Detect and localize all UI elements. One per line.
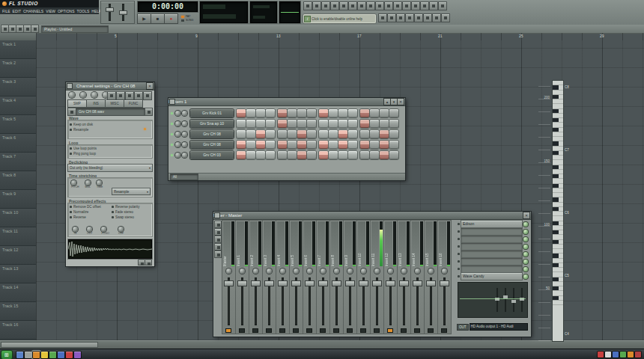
channel-volume-knob[interactable] (182, 132, 187, 137)
taskbar-app-icon[interactable] (16, 352, 23, 358)
horizontal-scrollbar[interactable] (1, 343, 97, 347)
toolbar-button[interactable] (430, 2, 437, 10)
channel-volume-knob[interactable] (182, 153, 187, 158)
volume-knob[interactable] (80, 92, 86, 98)
fx-plugin-name[interactable]: Edison (461, 221, 522, 227)
toolbar-button[interactable] (379, 14, 386, 22)
step-13[interactable] (360, 151, 369, 159)
step-7[interactable] (297, 141, 306, 149)
channel-button[interactable]: Grv CH 08 (190, 141, 234, 149)
toolbar-button[interactable] (215, 244, 221, 250)
step-5[interactable] (278, 130, 287, 138)
mixer-strip[interactable]: Insert 8 (330, 221, 343, 334)
step-9[interactable] (319, 130, 328, 138)
playlist-track-header[interactable]: Track 6 (0, 134, 36, 153)
mixer-titlebar[interactable]: Mixer - Master × (213, 212, 531, 220)
fader-handle[interactable] (359, 281, 368, 286)
toolbar-button[interactable] (376, 2, 383, 10)
toolbar-button[interactable] (215, 229, 221, 235)
fx-enable-led[interactable] (458, 230, 460, 233)
pat-song-toggle[interactable]: PAT SONG (181, 15, 193, 22)
strip-status-led[interactable] (253, 329, 258, 332)
channel-pan-knob[interactable] (175, 121, 180, 126)
playlist-track-header[interactable]: Track 10 (0, 209, 36, 227)
fx-plugin-name[interactable] (461, 228, 522, 235)
step-4[interactable] (266, 151, 275, 159)
step-4[interactable] (266, 141, 275, 149)
strip-pan-knob[interactable] (253, 269, 258, 274)
strip-pan-knob[interactable] (240, 269, 245, 274)
strip-status-led[interactable] (267, 329, 271, 332)
toolbar-button[interactable] (340, 2, 347, 10)
step-3[interactable] (256, 151, 265, 159)
playlist-track-header[interactable]: Track 1 (0, 40, 36, 59)
fader-handle[interactable] (440, 281, 449, 286)
toolbar-button[interactable] (9, 25, 16, 32)
strip-status-led[interactable] (334, 329, 338, 332)
strip-fader[interactable] (290, 276, 303, 327)
stop-button[interactable]: ■ (151, 14, 164, 23)
step-1[interactable] (237, 120, 246, 128)
playlist-track-header[interactable]: Track 9 (0, 190, 36, 209)
step-3[interactable] (256, 109, 265, 117)
toolbar-button[interactable] (412, 2, 419, 10)
fx-plugin-name[interactable] (461, 251, 522, 257)
step-7[interactable] (297, 109, 306, 117)
fx-enable-led[interactable] (458, 260, 460, 263)
step-14[interactable] (370, 141, 379, 149)
channel-pan-knob[interactable] (175, 132, 180, 137)
step-15[interactable] (380, 109, 389, 117)
toolbar-button[interactable] (406, 14, 413, 22)
playlist-track-header[interactable]: Track 14 (0, 283, 36, 302)
mixer-strip[interactable]: Master (222, 221, 235, 334)
channel-volume-knob[interactable] (182, 121, 187, 126)
step-15[interactable] (380, 151, 389, 159)
taskbar-app-icon[interactable] (66, 352, 73, 358)
strip-pan-knob[interactable] (415, 269, 420, 274)
taskbar-app-icon[interactable] (41, 352, 48, 358)
playlist-track-header[interactable]: Track 2 (0, 59, 36, 78)
taskbar-app-icon[interactable] (58, 352, 64, 358)
start-button[interactable]: ⊞ (1, 351, 12, 359)
step-5[interactable] (278, 141, 287, 149)
toolbar-button[interactable] (126, 92, 133, 99)
step-10[interactable] (329, 141, 338, 149)
step-10[interactable] (329, 120, 338, 128)
fader-handle[interactable] (319, 281, 327, 286)
step-11[interactable] (338, 151, 347, 159)
tray-icon[interactable] (635, 352, 641, 358)
precomputed-knob[interactable] (87, 227, 92, 232)
toolbar-button[interactable] (108, 92, 115, 99)
tray-icon[interactable] (598, 352, 604, 358)
toolbar-button[interactable] (135, 92, 142, 99)
step-11[interactable] (338, 120, 347, 128)
strip-status-led[interactable] (280, 329, 285, 332)
close-icon[interactable]: × (523, 212, 529, 218)
step-9[interactable] (319, 141, 328, 149)
fx-plugin-name[interactable] (461, 266, 522, 272)
step-11[interactable] (338, 130, 347, 138)
toolbar-button[interactable] (388, 14, 395, 22)
strip-fader[interactable] (411, 276, 424, 327)
up-icon[interactable]: ▴ (384, 99, 390, 105)
step-8[interactable] (307, 130, 316, 138)
fader-handle[interactable] (400, 281, 408, 286)
step-4[interactable] (266, 130, 275, 138)
sequencer-titlebar[interactable]: Pattern 1 ▴ ▾ × (168, 98, 405, 106)
fader-handle[interactable] (265, 281, 273, 286)
fx-enable-led[interactable] (458, 238, 460, 240)
fx-mix-knob[interactable] (523, 267, 528, 271)
menu-item[interactable]: EDIT (13, 9, 21, 13)
tray-icon[interactable] (628, 352, 634, 358)
declicking-dropdown[interactable]: Out only (no bleeding) ▾ (68, 165, 152, 171)
settings-tab[interactable]: INS (87, 100, 105, 107)
step-1[interactable] (237, 141, 246, 149)
fader-handle[interactable] (373, 281, 381, 286)
fx-mix-knob[interactable] (523, 245, 528, 249)
toolbar-button[interactable] (215, 251, 221, 257)
channel-mute-led[interactable] (171, 123, 173, 125)
step-14[interactable] (370, 130, 379, 138)
step-13[interactable] (360, 141, 369, 149)
strip-fader[interactable] (276, 276, 289, 327)
step-12[interactable] (348, 120, 357, 128)
